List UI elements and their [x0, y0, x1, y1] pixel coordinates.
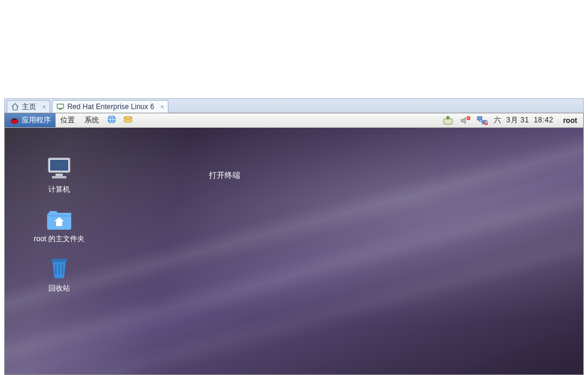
clock[interactable]: 六 3月 31 18:42 — [494, 115, 553, 125]
svg-rect-4 — [124, 117, 132, 122]
updates-icon[interactable] — [443, 116, 454, 125]
home-icon — [11, 102, 19, 111]
menu-label: 系统 — [85, 115, 99, 125]
vm-viewport: 应用程序 位置 系统 — [4, 113, 584, 375]
desktop-icon-label: root 的主文件夹 — [23, 234, 95, 244]
host-tab-label: 主页 — [22, 102, 36, 112]
clock-time: 18:42 — [534, 116, 554, 124]
desktop-icon-label: 回收站 — [23, 283, 95, 294]
host-tab-bar: 主页 × Red Hat Enterprise Linux 6 × — [4, 98, 584, 113]
globe-icon — [106, 114, 117, 127]
clock-date: 3月 31 — [507, 116, 529, 124]
menu-applications[interactable]: 应用程序 — [5, 113, 56, 127]
desktop-icon-computer[interactable]: 计算机 — [23, 156, 95, 195]
system-tray: 六 3月 31 18:42 root — [437, 113, 583, 127]
svg-rect-18 — [56, 174, 63, 176]
svg-rect-0 — [57, 104, 64, 109]
close-icon[interactable]: × — [42, 103, 46, 110]
menu-label: 位置 — [60, 115, 75, 125]
host-tab-vm[interactable]: Red Hat Enterprise Linux 6 × — [52, 100, 168, 113]
host-tab-home[interactable]: 主页 × — [7, 100, 50, 113]
menu-label: 应用程序 — [22, 115, 51, 125]
home-folder-icon — [45, 205, 74, 232]
svg-rect-19 — [52, 176, 66, 178]
launcher-mail[interactable] — [120, 113, 136, 127]
menu-places[interactable]: 位置 — [56, 113, 80, 127]
vm-icon — [56, 102, 65, 111]
computer-icon — [45, 156, 74, 182]
mail-icon — [122, 115, 134, 126]
network-icon[interactable] — [477, 116, 488, 125]
annotation-text: 打开终端 — [209, 170, 240, 181]
host-tab-label: Red Hat Enterprise Linux 6 — [67, 102, 154, 111]
redhat-icon — [10, 116, 19, 125]
desktop-icon-home[interactable]: root 的主文件夹 — [23, 205, 95, 244]
user-menu[interactable]: root — [560, 116, 577, 125]
menu-system[interactable]: 系统 — [80, 113, 104, 127]
svg-rect-7 — [478, 116, 482, 119]
gnome-panel: 应用程序 位置 系统 — [5, 113, 583, 128]
launcher-browser[interactable] — [104, 113, 120, 127]
svg-rect-1 — [59, 109, 62, 110]
clock-weekday: 六 — [494, 116, 502, 124]
desktop[interactable]: 计算机 root 的主文件夹 回收站 打开终端 — [5, 128, 583, 374]
desktop-icon-label: 计算机 — [23, 184, 95, 195]
desktop-icon-trash[interactable]: 回收站 — [23, 254, 95, 294]
close-icon[interactable]: × — [161, 103, 164, 110]
volume-icon[interactable] — [460, 116, 471, 125]
svg-rect-17 — [50, 160, 68, 171]
svg-rect-20 — [51, 259, 67, 262]
trash-icon — [45, 254, 74, 281]
